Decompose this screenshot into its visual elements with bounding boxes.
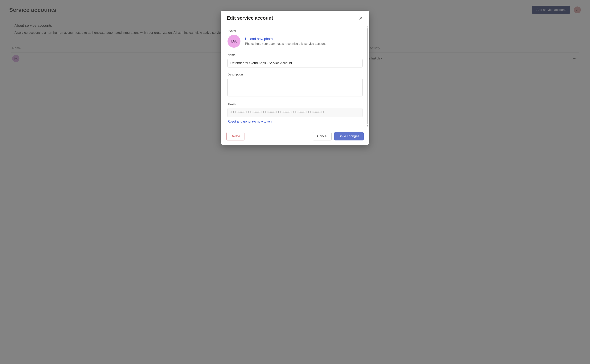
description-label: Description (228, 73, 362, 76)
scrollbar[interactable]: ▲ ▼ (367, 26, 369, 127)
token-label: Token (228, 103, 362, 106)
upload-photo-link[interactable]: Upload new photo (245, 37, 273, 41)
avatar-label: Avatar (228, 29, 362, 33)
close-icon (359, 16, 362, 20)
cancel-button[interactable]: Cancel (313, 132, 332, 140)
modal-title: Edit service account (227, 15, 273, 21)
upload-help-text: Photos help your teammates recognize thi… (245, 42, 327, 46)
close-button[interactable] (358, 16, 363, 20)
delete-button[interactable]: Delete (226, 132, 244, 140)
scroll-down-icon[interactable]: ▼ (367, 125, 369, 127)
modal-overlay: Edit service account Avatar DA Upload ne… (0, 0, 590, 364)
scroll-thumb[interactable] (367, 28, 368, 124)
description-input[interactable] (228, 78, 362, 97)
edit-service-account-modal: Edit service account Avatar DA Upload ne… (221, 11, 369, 145)
reset-token-link[interactable]: Reset and generate new token (228, 120, 272, 123)
scroll-up-icon[interactable]: ▲ (367, 26, 369, 28)
name-input[interactable] (228, 59, 362, 67)
name-label: Name (228, 53, 362, 57)
avatar: DA (228, 35, 241, 48)
save-button[interactable]: Save changes (334, 132, 364, 140)
token-display: ****************************************… (228, 108, 362, 117)
